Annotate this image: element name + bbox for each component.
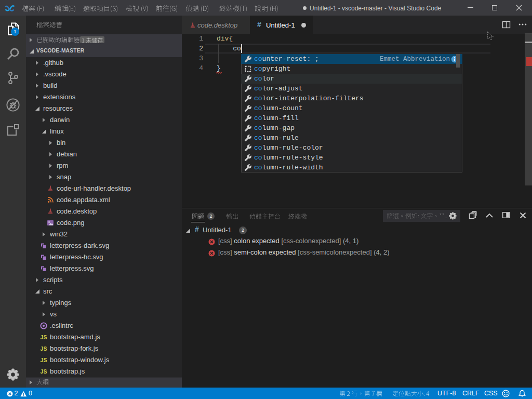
svg-text:JS: JS <box>41 368 47 375</box>
svg-text:JS: JS <box>41 334 47 340</box>
svg-text:JS: JS <box>41 345 47 352</box>
svg-text:JS: JS <box>41 357 47 363</box>
